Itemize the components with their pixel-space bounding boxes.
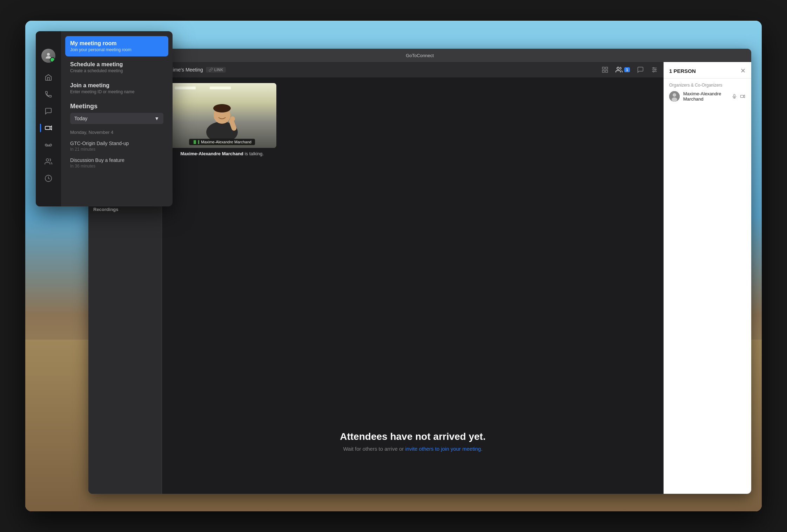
- camera-preview: ▐▌▐ Maxime-Alexandre Marchand: [168, 83, 276, 148]
- nav-home[interactable]: [41, 70, 56, 85]
- close-panel-button[interactable]: ✕: [740, 68, 746, 74]
- svg-point-16: [617, 67, 619, 70]
- svg-rect-15: [606, 70, 608, 73]
- video-icon: [740, 94, 746, 99]
- nav-voicemail[interactable]: [41, 137, 56, 152]
- talking-text: is talking.: [243, 151, 264, 156]
- meeting-title-bar: axime's Meeting LINK: [168, 67, 226, 73]
- svg-rect-12: [602, 67, 604, 69]
- mic-icon: [732, 94, 737, 99]
- right-panel: 1 PERSON ✕ Organizers & Co-Organizers: [664, 62, 751, 494]
- organizer-name: Maxime-Alexandre Marchand: [683, 91, 728, 102]
- meeting-item-1[interactable]: Discussion Buy a feature In 36 minutes: [65, 155, 168, 171]
- sidebar-main-panel: My meeting room Join your personal meeti…: [61, 31, 173, 206]
- meeting-name-0: GTC-Origin Daily Stand-up: [70, 141, 163, 146]
- person-count-badge: 1: [624, 67, 630, 72]
- nav-chat[interactable]: [41, 103, 56, 119]
- organizer-icons: [732, 94, 746, 99]
- settings-button[interactable]: [651, 66, 658, 73]
- meeting-name-1: Discussion Buy a feature: [70, 157, 163, 163]
- svg-point-5: [50, 144, 52, 146]
- mac-window: My meeting room Join your personal meeti…: [25, 21, 762, 511]
- video-topbar: axime's Meeting LINK: [162, 62, 664, 77]
- app-content: Weekly Group Meeting 3:00 PM GTC Meeting…: [88, 62, 751, 494]
- svg-point-29: [673, 93, 676, 97]
- left-nav: [36, 31, 61, 206]
- my-meeting-title: My meeting room: [70, 40, 163, 47]
- svg-point-22: [653, 71, 654, 72]
- link-badge[interactable]: LINK: [206, 67, 226, 73]
- video-area: axime's Meeting LINK: [162, 62, 664, 494]
- date-label: Monday, November 4: [65, 128, 168, 138]
- join-title: Join a meeting: [70, 82, 163, 89]
- camera-person-name: Maxime-Alexandre Marchand: [201, 140, 251, 144]
- svg-point-25: [213, 104, 231, 112]
- meetings-section-label: Meetings: [65, 99, 168, 113]
- nav-history[interactable]: [41, 171, 56, 186]
- main-app-window: GoToConnect Weekly Group Meeting 3:00 PM: [88, 49, 751, 494]
- svg-point-21: [655, 69, 656, 70]
- organizers-section: Organizers & Co-Organizers Maxime-Alexan…: [664, 79, 751, 106]
- chat-button[interactable]: [637, 66, 644, 73]
- organizer-row: Maxime-Alexandre Marchand: [669, 91, 746, 102]
- svg-point-20: [653, 67, 654, 68]
- svg-point-27: [230, 116, 235, 121]
- talking-indicator: Maxime-Alexandre Marchand is talking.: [168, 151, 276, 156]
- mic-bars-icon: ▐▌▐: [193, 140, 199, 144]
- attendees-message: Attendees have not arrived yet. Wait for…: [162, 431, 664, 452]
- talking-person-name: Maxime-Alexandre Marchand: [180, 151, 243, 156]
- app-title: GoToConnect: [406, 53, 434, 58]
- svg-rect-3: [45, 126, 50, 129]
- nav-phone[interactable]: [41, 87, 56, 102]
- svg-point-30: [672, 97, 677, 102]
- schedule-subtitle: Create a scheduled meeting: [70, 68, 163, 73]
- svg-rect-33: [740, 95, 744, 98]
- nav-video[interactable]: [41, 120, 56, 136]
- svg-rect-13: [606, 67, 608, 69]
- my-meeting-subtitle: Join your personal meeting room: [70, 47, 163, 52]
- today-dropdown[interactable]: Today ▼: [70, 113, 163, 124]
- invite-link[interactable]: invite others to join your meeting: [405, 446, 481, 452]
- app-titlebar: GoToConnect: [88, 49, 751, 62]
- organizer-avatar: [669, 91, 680, 102]
- meeting-time-1: In 36 minutes: [70, 164, 163, 169]
- schedule-title: Schedule a meeting: [70, 61, 163, 68]
- camera-name-label: ▐▌▐ Maxime-Alexandre Marchand: [189, 139, 255, 145]
- attendees-heading: Attendees have not arrived yet.: [162, 431, 664, 442]
- sidebar-app-window: My meeting room Join your personal meeti…: [36, 31, 173, 206]
- svg-point-2: [47, 53, 50, 56]
- dropdown-arrow-icon: ▼: [154, 116, 159, 121]
- video-main: ▐▌▐ Maxime-Alexandre Marchand Maxime-Ale…: [162, 77, 664, 494]
- nav-contacts[interactable]: [41, 154, 56, 169]
- right-panel-header: 1 PERSON ✕: [664, 62, 751, 79]
- people-button[interactable]: 1: [616, 66, 630, 73]
- svg-point-6: [46, 159, 49, 161]
- camera-preview-inner: [168, 83, 276, 148]
- my-meeting-room-button[interactable]: My meeting room Join your personal meeti…: [65, 36, 168, 56]
- attendees-period: .: [481, 446, 482, 452]
- user-avatar[interactable]: [41, 49, 55, 63]
- org-section-label: Organizers & Co-Organizers: [669, 83, 746, 88]
- svg-point-4: [45, 144, 47, 146]
- schedule-meeting-item[interactable]: Schedule a meeting Create a scheduled me…: [65, 57, 168, 77]
- topbar-icons: 1: [601, 66, 658, 73]
- avatar-image: [41, 49, 55, 63]
- right-panel-heading: 1 PERSON: [669, 68, 696, 74]
- svg-rect-31: [734, 94, 735, 97]
- grid-view-button[interactable]: [601, 66, 608, 73]
- meeting-title: axime's Meeting: [168, 67, 203, 73]
- dropdown-label: Today: [74, 116, 87, 121]
- attendees-sub: Wait for others to arrive or invite othe…: [162, 446, 664, 452]
- meeting-time-0: In 21 minutes: [70, 147, 163, 152]
- attendees-sub-text: Wait for others to arrive or: [343, 446, 405, 452]
- svg-rect-14: [602, 70, 604, 73]
- link-badge-text: LINK: [214, 68, 223, 72]
- join-meeting-item[interactable]: Join a meeting Enter meeting ID or meeti…: [65, 78, 168, 98]
- join-subtitle: Enter meeting ID or meeting name: [70, 89, 163, 94]
- meeting-item-0[interactable]: GTC-Origin Daily Stand-up In 21 minutes: [65, 138, 168, 155]
